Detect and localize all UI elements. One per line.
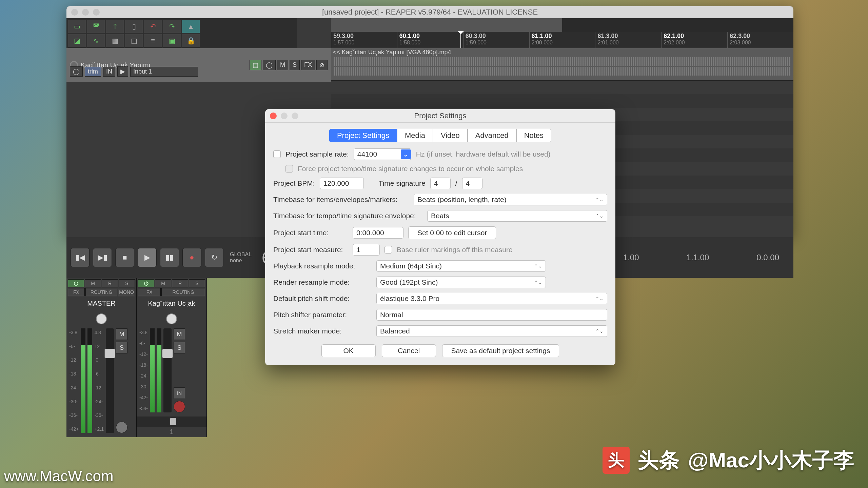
fx-button[interactable]: FX [301, 60, 315, 70]
routing-button[interactable]: ROUTING [85, 288, 117, 296]
mute-button[interactable]: M [277, 60, 288, 70]
mono-button[interactable]: MONO [118, 288, 135, 296]
volume-fader[interactable] [163, 328, 172, 412]
stretch-select[interactable]: Balanced⌃⌄ [376, 325, 607, 337]
fx-button[interactable]: FX [68, 288, 85, 296]
play-button[interactable]: ▶ [138, 248, 157, 267]
playback-resample-select[interactable]: Medium (64pt Sinc)⌃⌄ [376, 260, 546, 272]
mute-button[interactable]: M [174, 328, 185, 340]
sample-rate-checkbox[interactable] [273, 150, 281, 158]
base-ruler-checkbox[interactable] [384, 246, 392, 253]
lock-icon[interactable]: 🔒 [182, 34, 200, 47]
record-button[interactable]: ● [182, 248, 201, 267]
tab-media[interactable]: Media [397, 129, 433, 142]
fx-button[interactable]: FX [138, 288, 161, 296]
ripple-icon[interactable]: ≡ [144, 34, 162, 47]
in-button[interactable]: IN [103, 67, 115, 77]
mute-button[interactable]: M [155, 279, 171, 287]
timeline-ruler[interactable]: 59.3.001:57.000 60.1.001:58.000 60.3.001… [331, 32, 793, 48]
envelope-icon[interactable]: ∿ [87, 34, 105, 47]
solo-button[interactable]: S [290, 60, 300, 70]
solo-button[interactable]: S [174, 342, 185, 353]
pitch-mode-select[interactable]: élastique 3.3.0 Pro⌃⌄ [376, 293, 607, 304]
timesig-num-input[interactable]: 4 [430, 178, 451, 189]
mixer-channel-master[interactable]: ⏻ M R S FX ROUTING MONO MASTER -3.8-6--1… [66, 278, 137, 437]
ok-button[interactable]: OK [321, 344, 376, 357]
in-button[interactable]: IN [174, 387, 185, 399]
repeat-button[interactable]: ↻ [205, 248, 224, 267]
solo-button[interactable]: S [116, 342, 127, 353]
go-start-icon[interactable]: ▮◀ [71, 248, 90, 267]
render-resample-select[interactable]: Good (192pt Sinc)⌃⌄ [376, 277, 546, 288]
tab-advanced[interactable]: Advanced [468, 129, 516, 142]
output-icon[interactable] [116, 422, 127, 433]
cancel-button[interactable]: Cancel [382, 344, 436, 357]
bpm-input[interactable]: 120.000 [320, 178, 364, 189]
timebase-items-select[interactable]: Beats (position, length, rate)⌃⌄ [414, 194, 607, 205]
force-tempo-checkbox [285, 165, 293, 172]
power-icon[interactable]: ⏻ [138, 279, 154, 287]
monitor-icon[interactable]: ▶ [117, 66, 128, 77]
pause-button[interactable]: ▮▮ [160, 248, 179, 267]
tab-video[interactable]: Video [433, 129, 468, 142]
start-measure-label: Project start measure: [273, 246, 348, 254]
open-project-icon[interactable]: ◚ [87, 20, 105, 33]
rec-button[interactable]: R [102, 279, 118, 287]
redo-icon[interactable]: ↷ [163, 20, 181, 33]
volume-knob-icon[interactable]: ◯ [263, 60, 276, 70]
track-lane[interactable]: << Kag˘ıttan Uc¸ak Yapımı [VGA 480p].mp4 [331, 48, 793, 81]
pan-knob-icon[interactable] [96, 313, 107, 324]
grid-icon[interactable]: ▦ [106, 34, 124, 47]
main-titlebar[interactable]: [unsaved project] - REAPER v5.979/64 - E… [66, 6, 793, 18]
timebase-tempo-select[interactable]: Beats⌃⌄ [427, 210, 607, 222]
minimize-icon[interactable] [281, 113, 288, 119]
mute-button[interactable]: M [85, 279, 101, 287]
route-button[interactable]: ▤ [250, 60, 261, 70]
zoom-traffic-icon[interactable] [93, 9, 100, 16]
env-icon[interactable]: ◯ [70, 66, 83, 77]
mute-button[interactable]: M [116, 328, 127, 340]
close-traffic-icon[interactable] [71, 9, 78, 16]
timesig-den-input[interactable]: 4 [462, 178, 482, 189]
solo-button[interactable]: S [119, 279, 135, 287]
pitch-param-select[interactable]: Normal [376, 309, 607, 321]
pan-knob-icon[interactable] [166, 313, 177, 324]
tab-notes[interactable]: Notes [516, 129, 551, 142]
project-settings-icon[interactable]: ▯ [125, 20, 143, 33]
pan-slider[interactable] [137, 416, 206, 427]
metronome-icon[interactable]: ▲ [182, 20, 200, 33]
solo-button[interactable]: S [189, 279, 205, 287]
phase-icon[interactable]: ⊘ [316, 60, 328, 70]
close-icon[interactable] [270, 113, 277, 119]
zoom-icon[interactable] [292, 113, 298, 119]
new-project-icon[interactable]: ▭ [68, 20, 86, 33]
stop-button[interactable]: ■ [115, 248, 134, 267]
rec-button[interactable]: R [172, 279, 188, 287]
media-item[interactable]: << Kag˘ıttan Uc¸ak Yapımı [VGA 480p].mp4 [331, 48, 793, 80]
start-measure-input[interactable]: 1 [353, 244, 380, 256]
set-cursor-button[interactable]: Set 0:00 to edit cursor [408, 226, 496, 239]
horizontal-scrollbar[interactable] [331, 18, 793, 32]
sample-rate-select[interactable]: 44100⌄ [354, 148, 411, 160]
autocrossfade-icon[interactable]: ◪ [68, 34, 86, 47]
routing-button[interactable]: ROUTING [161, 288, 205, 296]
playhead-icon[interactable] [460, 32, 461, 48]
power-icon[interactable]: ⏻ [68, 279, 84, 287]
rec-arm-icon[interactable] [174, 401, 185, 412]
tab-project-settings[interactable]: Project Settings [329, 129, 397, 142]
group-icon[interactable]: ▣ [163, 34, 181, 47]
snap-icon[interactable]: ◫ [125, 34, 143, 47]
automation-mode[interactable]: none [230, 258, 252, 264]
save-project-icon[interactable]: ⤒ [106, 20, 124, 33]
modal-titlebar[interactable]: Project Settings [265, 109, 615, 123]
volume-fader[interactable] [106, 328, 114, 433]
mixer-channel-track[interactable]: ⏻ M R S FX ROUTING Kag˘ıttan Uc¸ak -3.8-… [137, 278, 207, 437]
minimize-traffic-icon[interactable] [82, 9, 89, 16]
undo-icon[interactable]: ↶ [144, 20, 162, 33]
start-time-input[interactable]: 0:00.000 [353, 227, 403, 239]
save-default-button[interactable]: Save as default project settings [442, 344, 559, 357]
trim-button[interactable]: trim [85, 67, 101, 77]
input-select[interactable]: Input 1 [130, 67, 198, 77]
track-control-panel[interactable]: Kag˘ıttan Uc¸ak Yapımı ▤ ◯ M S FX ⊘ ◯ tr… [66, 48, 331, 82]
go-end-icon[interactable]: ▶▮ [93, 248, 112, 267]
